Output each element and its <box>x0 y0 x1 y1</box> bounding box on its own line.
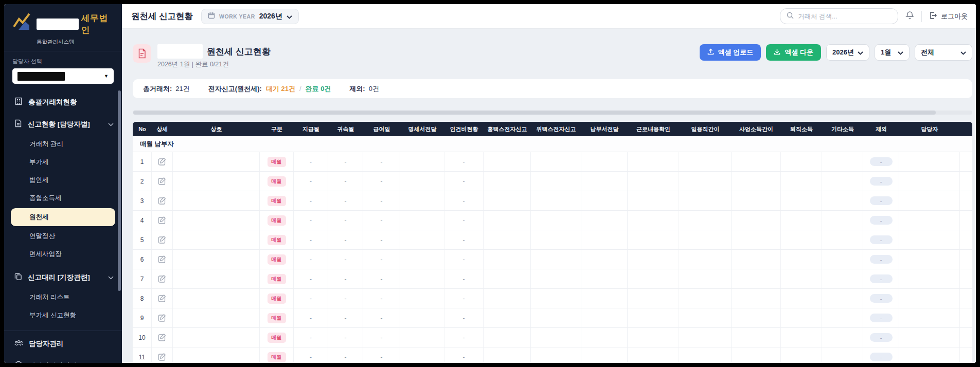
main-area: 원천세 신고현황 WORK YEAR 2026년 <box>122 4 976 363</box>
sidebar-item-income-tax[interactable]: 종합소득세 <box>4 189 122 207</box>
sidebar-item-vat[interactable]: 부가세 <box>4 153 122 171</box>
cell-biz_income_simple <box>732 191 781 210</box>
table-row: 2매월----- <box>133 172 972 191</box>
cell-pay_month: - <box>294 269 328 288</box>
exclude-pill[interactable]: - <box>870 235 893 244</box>
excel-upload-button[interactable]: 엑셀 업로드 <box>700 44 761 61</box>
scope-filter-select[interactable]: 전체 <box>915 44 972 61</box>
app-window: 세무법인 통합관리시스템 담당자 선택 ▼ 총괄거래처현황 <box>4 4 976 363</box>
edit-button[interactable] <box>156 273 168 285</box>
sidebar-item-managers[interactable]: 담당자관리 <box>4 333 122 355</box>
sidebar-item-report-proxy[interactable]: 신고대리 [기장관련] <box>4 266 122 288</box>
cell-manager <box>899 289 960 308</box>
sidebar-item-label: 담당자관리 <box>29 339 64 348</box>
cell-labor_cost: - <box>444 172 484 191</box>
month-filter-value: 1월 <box>881 48 891 57</box>
edit-button[interactable] <box>156 313 168 324</box>
horizontal-scrollbar <box>133 111 972 115</box>
cell-type: 매월 <box>260 230 294 249</box>
edit-button[interactable] <box>156 156 168 168</box>
sidebar-item-vat-status[interactable]: 부가세 신고현황 <box>4 306 122 324</box>
cell-pay_month: - <box>294 308 328 327</box>
cell-hometax_efiling <box>484 172 531 191</box>
manager-select[interactable]: ▼ <box>12 68 114 84</box>
monthly-badge: 매월 <box>268 157 286 167</box>
cell-wetax_efiling <box>531 269 581 288</box>
separator: / <box>299 85 301 93</box>
empty-value: - <box>310 334 312 341</box>
empty-value: - <box>463 334 465 341</box>
cell-detail <box>152 250 173 269</box>
sidebar-item-clients[interactable]: 거래처 관리 <box>4 135 122 153</box>
sidebar-item-withholding-tax[interactable]: 원천세 <box>11 208 115 226</box>
cell-detail <box>152 289 173 308</box>
sidebar: 세무법인 통합관리시스템 담당자 선택 ▼ 총괄거래처현황 <box>4 4 122 363</box>
sidebar-item-client-list[interactable]: 거래처 리스트 <box>4 288 122 306</box>
sidebar-scrollbar[interactable] <box>118 90 121 291</box>
cell-pay_month: - <box>294 289 328 308</box>
bell-icon[interactable] <box>905 11 914 22</box>
content: 원천세 신고현황 2026년 1월 | 완료 0/21건 엑셀 업로드 <box>122 29 976 363</box>
empty-value: - <box>345 256 347 263</box>
column-header-name: 상호 <box>173 125 260 133</box>
cell-payment_delivery <box>581 328 628 347</box>
excel-download-button[interactable]: 엑셀 다운 <box>766 44 821 61</box>
exclude-pill[interactable]: - <box>870 353 893 361</box>
cell-retire_income <box>781 172 822 191</box>
monthly-badge: 매월 <box>268 215 286 226</box>
table-row: 9매월----- <box>133 308 972 328</box>
exclude-pill[interactable]: - <box>870 196 893 205</box>
exclude-pill[interactable]: - <box>870 274 893 283</box>
logout-button[interactable]: 로그아웃 <box>929 11 968 21</box>
empty-value: - <box>310 295 312 302</box>
horizontal-scrollbar-thumb[interactable] <box>133 111 936 115</box>
empty-value: - <box>310 236 312 244</box>
sidebar-item-overview[interactable]: 총괄거래처현황 <box>4 91 122 113</box>
cell-wetax_efiling <box>531 230 581 249</box>
work-year-selector[interactable]: WORK YEAR 2026년 <box>201 9 299 24</box>
exclude-pill[interactable]: - <box>870 314 893 322</box>
cell-attr_month: - <box>328 152 363 171</box>
edit-button[interactable] <box>156 215 168 226</box>
exclude-pill[interactable]: - <box>870 157 893 166</box>
cell-attr_month: - <box>328 211 363 230</box>
empty-value: - <box>381 256 383 263</box>
exclude-pill[interactable]: - <box>870 255 893 264</box>
cell-type: 매월 <box>260 269 294 288</box>
cell-work_confirm <box>628 211 679 230</box>
empty-value: - <box>381 217 383 224</box>
sidebar-item-taxfree[interactable]: 면세사업장 <box>4 245 122 263</box>
cell-salary_day: - <box>363 289 400 308</box>
sidebar-item-report-status[interactable]: 신고현황 [담당자별] <box>4 113 122 135</box>
cell-exclude: - <box>863 269 899 288</box>
edit-button[interactable] <box>156 254 168 265</box>
edit-button[interactable] <box>156 234 168 246</box>
table-row: 11매월----- <box>133 347 972 363</box>
edit-button[interactable] <box>156 176 168 187</box>
sidebar-item-corp-tax[interactable]: 법인세 <box>4 171 122 189</box>
empty-value: - <box>310 158 312 166</box>
sidebar-item-closed-biz[interactable]: 폐업사업장관리 <box>4 355 122 363</box>
edit-button[interactable] <box>156 293 168 304</box>
year-filter-value: 2026년 <box>832 48 854 57</box>
edit-button[interactable] <box>156 332 168 343</box>
group-label: 매월 납부자 <box>140 140 174 149</box>
edit-button[interactable] <box>156 352 168 363</box>
exclude-pill[interactable]: - <box>870 216 893 225</box>
exclude-pill[interactable]: - <box>870 294 893 303</box>
document-icon <box>14 119 22 129</box>
cell-biz_income_simple <box>732 289 781 308</box>
cell-biz_income_simple <box>732 308 781 327</box>
year-filter-select[interactable]: 2026년 <box>826 44 869 61</box>
cell-work_confirm <box>628 152 679 171</box>
cell-pay_month: - <box>294 152 328 171</box>
search-input[interactable] <box>798 13 892 20</box>
month-filter-select[interactable]: 1월 <box>875 44 910 61</box>
cell-etc_income <box>822 308 863 327</box>
exclude-pill[interactable]: - <box>870 177 893 186</box>
sidebar-item-yearend[interactable]: 연말정산 <box>4 227 122 245</box>
edit-button[interactable] <box>156 195 168 207</box>
exclude-pill[interactable]: - <box>870 333 893 342</box>
logout-icon <box>929 11 937 21</box>
empty-value: - <box>345 178 347 185</box>
